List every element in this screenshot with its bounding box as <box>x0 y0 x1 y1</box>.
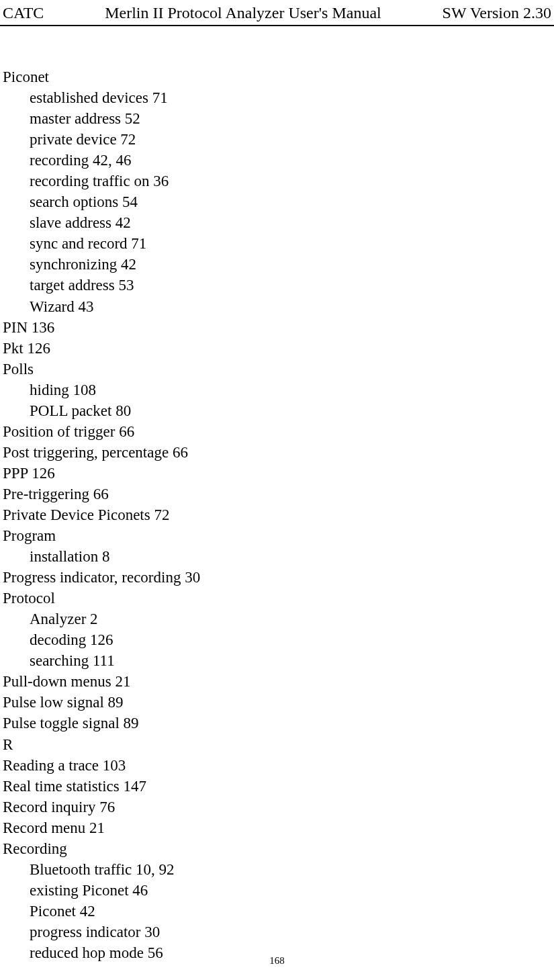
index-entry: PIN 136 <box>3 317 551 338</box>
index-entry: POLL packet 80 <box>30 400 551 421</box>
page-number: 168 <box>269 955 285 966</box>
index-entry: Record inquiry 76 <box>3 797 551 817</box>
index-entry: Position of trigger 66 <box>3 421 551 442</box>
index-entry: synchronizing 42 <box>30 254 551 275</box>
index-entry: PPP 126 <box>3 463 551 484</box>
index-entry: Pulse toggle signal 89 <box>3 713 551 733</box>
header-left: CATC <box>3 4 44 22</box>
index-entry: progress indicator 30 <box>30 922 551 942</box>
index-entry: Program <box>3 525 551 546</box>
page-header: CATC Merlin II Protocol Analyzer User's … <box>0 0 554 26</box>
index-content: Piconetestablished devices 71master addr… <box>0 26 554 963</box>
index-entry: Pulse low signal 89 <box>3 692 551 713</box>
index-entry: Pre-triggering 66 <box>3 484 551 504</box>
index-entry: decoding 126 <box>30 629 551 650</box>
index-entry: Piconet 42 <box>30 901 551 922</box>
index-entry: Protocol <box>3 588 551 609</box>
index-entry: Piconet <box>3 66 551 87</box>
index-entry: Pkt 126 <box>3 338 551 359</box>
index-entry: searching 111 <box>30 650 551 671</box>
index-entry: Bluetooth traffic 10, 92 <box>30 859 551 880</box>
index-entry: Record menu 21 <box>3 817 551 838</box>
index-entry: master address 52 <box>30 108 551 129</box>
index-entry: recording 42, 46 <box>30 150 551 171</box>
index-entry: Private Device Piconets 72 <box>3 504 551 525</box>
index-entry: installation 8 <box>30 546 551 567</box>
index-entry: Pull-down menus 21 <box>3 671 551 692</box>
index-entry: Polls <box>3 359 551 380</box>
index-entry: R <box>3 734 551 755</box>
index-entry: existing Piconet 46 <box>30 880 551 901</box>
index-entry: established devices 71 <box>30 87 551 108</box>
index-entry: private device 72 <box>30 129 551 150</box>
index-entry: target address 53 <box>30 275 551 296</box>
index-entry: slave address 42 <box>30 212 551 233</box>
header-center: Merlin II Protocol Analyzer User's Manua… <box>44 4 442 22</box>
index-entry: Reading a trace 103 <box>3 755 551 776</box>
index-entry: Post triggering, percentage 66 <box>3 442 551 463</box>
index-entry: hiding 108 <box>30 380 551 400</box>
index-entry: Analyzer 2 <box>30 609 551 629</box>
index-entry: sync and record 71 <box>30 233 551 254</box>
header-right: SW Version 2.30 <box>443 4 551 22</box>
index-entry: Recording <box>3 838 551 859</box>
index-entry: search options 54 <box>30 191 551 212</box>
index-entry: Real time statistics 147 <box>3 776 551 797</box>
index-entry: Progress indicator, recording 30 <box>3 567 551 588</box>
index-entry: Wizard 43 <box>30 296 551 317</box>
index-entry: recording traffic on 36 <box>30 171 551 191</box>
page-footer: 168 <box>0 955 554 967</box>
